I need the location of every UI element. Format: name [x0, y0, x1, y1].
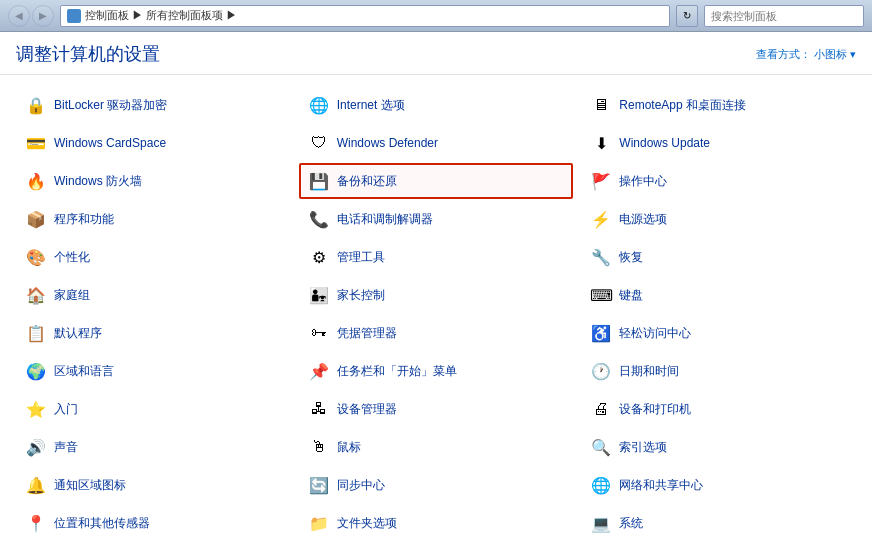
item-power-options[interactable]: ⚡电源选项	[581, 201, 856, 237]
internet-options-label[interactable]: Internet 选项	[337, 97, 405, 114]
bitlocker-label[interactable]: BitLocker 驱动器加密	[54, 97, 167, 114]
address-bar[interactable]: 控制面板 ▶ 所有控制面板项 ▶	[60, 5, 670, 27]
item-remoteapp[interactable]: 🖥RemoteApp 和桌面连接	[581, 87, 856, 123]
taskbar-start-icon: 📌	[307, 359, 331, 383]
power-options-label[interactable]: 电源选项	[619, 211, 667, 228]
action-center-label[interactable]: 操作中心	[619, 173, 667, 190]
view-mode: 查看方式： 小图标 ▾	[756, 47, 856, 62]
programs-label[interactable]: 程序和功能	[54, 211, 114, 228]
device-mgr-icon: 🖧	[307, 397, 331, 421]
phone-modem-label[interactable]: 电话和调制解调器	[337, 211, 433, 228]
item-windows-update[interactable]: ⬇Windows Update	[581, 125, 856, 161]
folder-options-icon: 📁	[307, 511, 331, 535]
item-network-sharing[interactable]: 🌐网络和共享中心	[581, 467, 856, 503]
search-input[interactable]	[704, 5, 864, 27]
remoteapp-label[interactable]: RemoteApp 和桌面连接	[619, 97, 746, 114]
homegroup-label[interactable]: 家庭组	[54, 287, 90, 304]
admin-tools-label[interactable]: 管理工具	[337, 249, 385, 266]
location-sensors-label[interactable]: 位置和其他传感器	[54, 515, 150, 532]
windows-update-label[interactable]: Windows Update	[619, 136, 710, 150]
folder-options-label[interactable]: 文件夹选项	[337, 515, 397, 532]
refresh-button[interactable]: ↻	[676, 5, 698, 27]
item-ease-access[interactable]: ♿轻松访问中心	[581, 315, 856, 351]
item-display[interactable]: 🖥显示	[16, 543, 291, 548]
item-getting-started[interactable]: ⭐入门	[16, 391, 291, 427]
taskbar-start-label[interactable]: 任务栏和「开始」菜单	[337, 363, 457, 380]
network-sharing-label[interactable]: 网络和共享中心	[619, 477, 703, 494]
cardspace-label[interactable]: Windows CardSpace	[54, 136, 166, 150]
parental-controls-label[interactable]: 家长控制	[337, 287, 385, 304]
firewall-label[interactable]: Windows 防火墙	[54, 173, 142, 190]
item-default-programs[interactable]: 📋默认程序	[16, 315, 291, 351]
item-bitlocker[interactable]: 🔒BitLocker 驱动器加密	[16, 87, 291, 123]
recovery-icon: 🔧	[589, 245, 613, 269]
view-value-link[interactable]: 小图标 ▾	[814, 48, 856, 60]
notification-icons-label[interactable]: 通知区域图标	[54, 477, 126, 494]
breadcrumb: 控制面板 ▶ 所有控制面板项 ▶	[85, 8, 237, 23]
item-system[interactable]: 💻系统	[581, 505, 856, 541]
forward-button[interactable]: ▶	[32, 5, 54, 27]
item-personalization[interactable]: 🎨个性化	[16, 239, 291, 275]
remoteapp-icon: 🖥	[589, 93, 613, 117]
item-taskbar-start[interactable]: 📌任务栏和「开始」菜单	[299, 353, 574, 389]
mouse-label[interactable]: 鼠标	[337, 439, 361, 456]
ease-access-label[interactable]: 轻松访问中心	[619, 325, 691, 342]
credential-mgr-icon: 🗝	[307, 321, 331, 345]
item-phone-modem[interactable]: 📞电话和调制解调器	[299, 201, 574, 237]
system-icon: 💻	[589, 511, 613, 535]
item-admin-tools[interactable]: ⚙管理工具	[299, 239, 574, 275]
item-recovery[interactable]: 🔧恢复	[581, 239, 856, 275]
back-button[interactable]: ◀	[8, 5, 30, 27]
index-options-label[interactable]: 索引选项	[619, 439, 667, 456]
item-parental-controls[interactable]: 👨‍👧家长控制	[299, 277, 574, 313]
recovery-label[interactable]: 恢复	[619, 249, 643, 266]
content-area: 调整计算机的设置 查看方式： 小图标 ▾ 🔒BitLocker 驱动器加密🌐In…	[0, 32, 872, 548]
personalization-icon: 🎨	[24, 245, 48, 269]
device-mgr-label[interactable]: 设备管理器	[337, 401, 397, 418]
keyboard-label[interactable]: 键盘	[619, 287, 643, 304]
item-homegroup[interactable]: 🏠家庭组	[16, 277, 291, 313]
item-sound[interactable]: 🔊声音	[16, 429, 291, 465]
defender-label[interactable]: Windows Defender	[337, 136, 438, 150]
item-action-center[interactable]: 🚩操作中心	[581, 163, 856, 199]
getting-started-label[interactable]: 入门	[54, 401, 78, 418]
system-label[interactable]: 系统	[619, 515, 643, 532]
item-firewall[interactable]: 🔥Windows 防火墙	[16, 163, 291, 199]
sound-label[interactable]: 声音	[54, 439, 78, 456]
backup-restore-label[interactable]: 备份和还原	[337, 173, 397, 190]
region-lang-label[interactable]: 区域和语言	[54, 363, 114, 380]
item-device-mgr[interactable]: 🖧设备管理器	[299, 391, 574, 427]
date-time-label[interactable]: 日期和时间	[619, 363, 679, 380]
item-backup-restore[interactable]: 💾备份和还原	[299, 163, 574, 199]
item-credential-mgr[interactable]: 🗝凭据管理器	[299, 315, 574, 351]
item-keyboard[interactable]: ⌨键盘	[581, 277, 856, 313]
item-perf-info[interactable]: 📊性能信息和工具	[299, 543, 574, 548]
items-container: 🔒BitLocker 驱动器加密🌐Internet 选项🖥RemoteApp 和…	[0, 75, 872, 548]
sync-center-label[interactable]: 同步中心	[337, 477, 385, 494]
notification-icons-icon: 🔔	[24, 473, 48, 497]
item-mouse[interactable]: 🖱鼠标	[299, 429, 574, 465]
item-folder-options[interactable]: 📁文件夹选项	[299, 505, 574, 541]
credential-mgr-label[interactable]: 凭据管理器	[337, 325, 397, 342]
item-color-mgmt[interactable]: 🎨颜色管理	[581, 543, 856, 548]
item-devices-printers[interactable]: 🖨设备和打印机	[581, 391, 856, 427]
item-index-options[interactable]: 🔍索引选项	[581, 429, 856, 465]
item-sync-center[interactable]: 🔄同步中心	[299, 467, 574, 503]
ease-access-icon: ♿	[589, 321, 613, 345]
devices-printers-label[interactable]: 设备和打印机	[619, 401, 691, 418]
item-location-sensors[interactable]: 📍位置和其他传感器	[16, 505, 291, 541]
date-time-icon: 🕐	[589, 359, 613, 383]
power-options-icon: ⚡	[589, 207, 613, 231]
item-cardspace[interactable]: 💳Windows CardSpace	[16, 125, 291, 161]
personalization-label[interactable]: 个性化	[54, 249, 90, 266]
item-date-time[interactable]: 🕐日期和时间	[581, 353, 856, 389]
default-programs-label[interactable]: 默认程序	[54, 325, 102, 342]
item-notification-icons[interactable]: 🔔通知区域图标	[16, 467, 291, 503]
item-internet-options[interactable]: 🌐Internet 选项	[299, 87, 574, 123]
devices-printers-icon: 🖨	[589, 397, 613, 421]
item-region-lang[interactable]: 🌍区域和语言	[16, 353, 291, 389]
index-options-icon: 🔍	[589, 435, 613, 459]
item-defender[interactable]: 🛡Windows Defender	[299, 125, 574, 161]
programs-icon: 📦	[24, 207, 48, 231]
item-programs[interactable]: 📦程序和功能	[16, 201, 291, 237]
